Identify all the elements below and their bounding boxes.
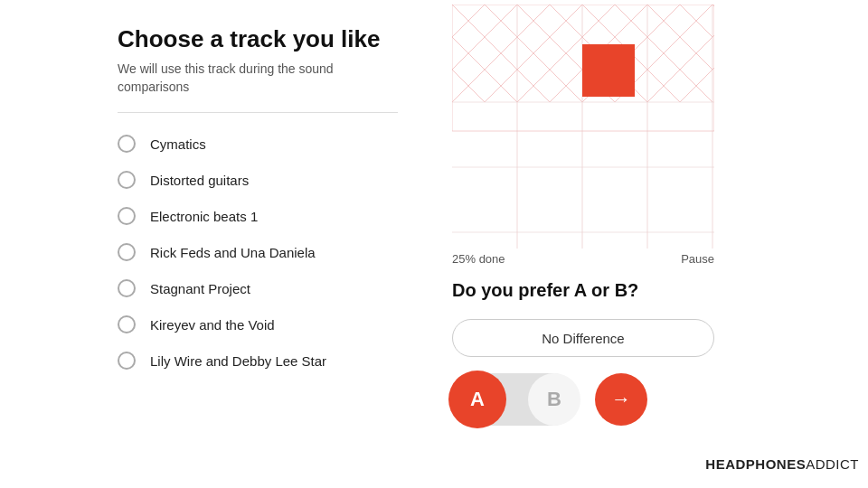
progress-row: 25% done Pause [452,252,714,266]
track-item-rick-feds[interactable]: Rick Feds and Una Daniela [118,234,398,270]
track-label-distorted-guitars: Distorted guitars [150,173,249,188]
radio-distorted-guitars[interactable] [118,171,136,189]
track-list: CymaticsDistorted guitarsElectronic beat… [118,126,398,379]
chart-area [452,5,714,249]
frequency-chart [452,5,714,249]
a-button[interactable]: A [448,371,506,428]
track-item-electronic-beats[interactable]: Electronic beats 1 [118,198,398,234]
radio-rick-feds[interactable] [118,243,136,261]
brand-logo: HEADPHONESADDICT [705,456,859,472]
ab-buttons-row: A B → [452,373,850,426]
svg-rect-44 [582,44,635,97]
svg-line-35 [647,35,714,102]
track-label-electronic-beats: Electronic beats 1 [150,209,258,224]
track-item-lily-wire[interactable]: Lily Wire and Debby Lee Star [118,343,398,379]
ab-track: A B [452,373,579,426]
radio-stagnant-project[interactable] [118,279,136,297]
divider [118,112,398,113]
radio-kireyev[interactable] [118,315,136,333]
progress-text: 25% done [452,252,505,266]
page-subtitle: We will use this track during the sound … [118,61,398,96]
left-panel: Choose a track you like We will use this… [0,0,434,488]
right-panel: 25% done Pause Do you prefer A or B? No … [434,0,868,488]
track-label-kireyev: Kireyev and the Void [150,317,275,333]
track-item-kireyev[interactable]: Kireyev and the Void [118,306,398,343]
radio-cymatics[interactable] [118,135,136,153]
no-difference-button[interactable]: No Difference [452,319,714,357]
pause-button[interactable]: Pause [681,252,714,266]
page-title: Choose a track you like [118,25,398,53]
ab-question: Do you prefer A or B? [452,280,850,301]
radio-electronic-beats[interactable] [118,207,136,225]
brand-bold: HEADPHONES [705,456,806,472]
radio-lily-wire[interactable] [118,352,136,370]
b-button[interactable]: B [528,373,580,426]
track-item-stagnant-project[interactable]: Stagnant Project [118,270,398,306]
svg-line-36 [680,68,714,102]
track-item-cymatics[interactable]: Cymatics [118,126,398,162]
track-label-lily-wire: Lily Wire and Debby Lee Star [150,353,326,369]
next-button[interactable]: → [595,373,647,426]
track-label-stagnant-project: Stagnant Project [150,281,250,296]
brand-light: ADDICT [806,456,859,472]
track-label-rick-feds: Rick Feds and Una Daniela [150,245,316,260]
track-item-distorted-guitars[interactable]: Distorted guitars [118,162,398,198]
track-label-cymatics: Cymatics [150,136,206,152]
